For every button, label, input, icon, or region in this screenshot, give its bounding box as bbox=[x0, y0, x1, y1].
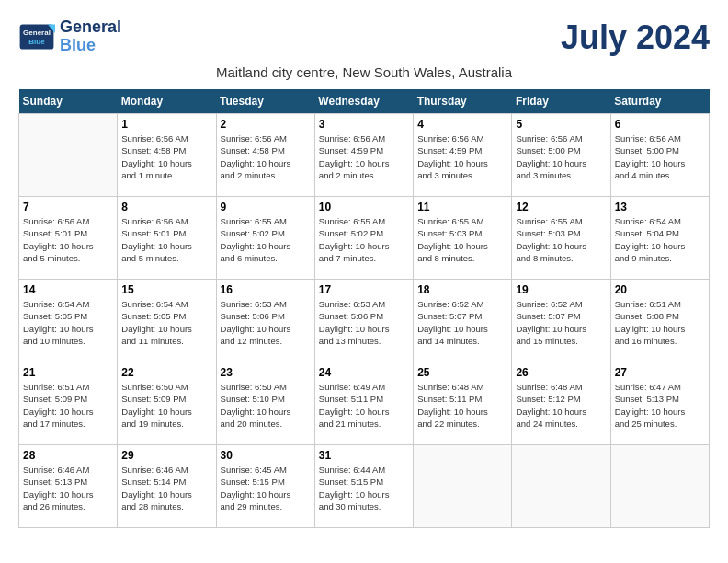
page-container: General Blue General Blue July 2024 Mait… bbox=[18, 18, 710, 528]
day-info: Sunrise: 6:56 AM Sunset: 4:59 PM Dayligh… bbox=[417, 132, 507, 181]
day-number: 25 bbox=[417, 366, 507, 379]
day-number: 24 bbox=[319, 366, 409, 379]
day-info: Sunrise: 6:55 AM Sunset: 5:02 PM Dayligh… bbox=[319, 215, 409, 264]
table-row: 24Sunrise: 6:49 AM Sunset: 5:11 PM Dayli… bbox=[314, 362, 413, 445]
day-number: 8 bbox=[121, 201, 211, 213]
day-number: 2 bbox=[221, 118, 311, 131]
table-row: 20Sunrise: 6:51 AM Sunset: 5:08 PM Dayli… bbox=[610, 280, 709, 362]
day-number: 28 bbox=[23, 449, 113, 462]
table-row: 16Sunrise: 6:53 AM Sunset: 5:06 PM Dayli… bbox=[216, 280, 314, 362]
day-number: 17 bbox=[319, 283, 409, 296]
table-row: 3Sunrise: 6:56 AM Sunset: 4:59 PM Daylig… bbox=[314, 114, 413, 197]
day-info: Sunrise: 6:56 AM Sunset: 5:01 PM Dayligh… bbox=[121, 215, 211, 264]
calendar-week-row: 1Sunrise: 6:56 AM Sunset: 4:58 PM Daylig… bbox=[19, 114, 710, 197]
day-info: Sunrise: 6:56 AM Sunset: 5:00 PM Dayligh… bbox=[615, 132, 705, 181]
calendar-week-row: 14Sunrise: 6:54 AM Sunset: 5:05 PM Dayli… bbox=[19, 280, 710, 362]
table-row: 29Sunrise: 6:46 AM Sunset: 5:14 PM Dayli… bbox=[118, 445, 216, 528]
table-row: 22Sunrise: 6:50 AM Sunset: 5:09 PM Dayli… bbox=[118, 362, 216, 445]
table-row: 10Sunrise: 6:55 AM Sunset: 5:02 PM Dayli… bbox=[314, 197, 413, 280]
day-info: Sunrise: 6:46 AM Sunset: 5:13 PM Dayligh… bbox=[23, 464, 113, 512]
table-row: 21Sunrise: 6:51 AM Sunset: 5:09 PM Dayli… bbox=[19, 362, 118, 445]
day-number: 9 bbox=[221, 201, 311, 213]
day-number: 19 bbox=[516, 283, 606, 296]
day-info: Sunrise: 6:48 AM Sunset: 5:12 PM Dayligh… bbox=[516, 381, 606, 430]
day-info: Sunrise: 6:52 AM Sunset: 5:07 PM Dayligh… bbox=[417, 298, 507, 347]
day-info: Sunrise: 6:56 AM Sunset: 4:59 PM Dayligh… bbox=[319, 132, 409, 181]
table-row: 18Sunrise: 6:52 AM Sunset: 5:07 PM Dayli… bbox=[414, 280, 512, 362]
day-number: 18 bbox=[417, 283, 507, 296]
table-row: 4Sunrise: 6:56 AM Sunset: 4:59 PM Daylig… bbox=[414, 114, 512, 197]
col-monday: Monday bbox=[118, 89, 216, 114]
calendar-week-row: 28Sunrise: 6:46 AM Sunset: 5:13 PM Dayli… bbox=[19, 445, 710, 528]
day-info: Sunrise: 6:55 AM Sunset: 5:02 PM Dayligh… bbox=[221, 215, 311, 264]
location-title: Maitland city centre, New South Wales, A… bbox=[18, 64, 710, 80]
day-number: 15 bbox=[121, 283, 211, 296]
table-row bbox=[512, 445, 610, 528]
day-info: Sunrise: 6:53 AM Sunset: 5:06 PM Dayligh… bbox=[319, 298, 409, 347]
col-saturday: Saturday bbox=[610, 89, 709, 114]
table-row: 17Sunrise: 6:53 AM Sunset: 5:06 PM Dayli… bbox=[314, 280, 413, 362]
col-sunday: Sunday bbox=[19, 89, 118, 114]
col-wednesday: Wednesday bbox=[314, 89, 413, 114]
table-row: 30Sunrise: 6:45 AM Sunset: 5:15 PM Dayli… bbox=[216, 445, 314, 528]
day-info: Sunrise: 6:49 AM Sunset: 5:11 PM Dayligh… bbox=[319, 381, 409, 430]
svg-text:General: General bbox=[23, 29, 51, 37]
day-info: Sunrise: 6:56 AM Sunset: 4:58 PM Dayligh… bbox=[121, 132, 211, 181]
month-title: July 2024 bbox=[561, 18, 710, 57]
table-row: 15Sunrise: 6:54 AM Sunset: 5:05 PM Dayli… bbox=[118, 280, 216, 362]
day-number: 30 bbox=[221, 449, 311, 462]
table-row: 27Sunrise: 6:47 AM Sunset: 5:13 PM Dayli… bbox=[610, 362, 709, 445]
day-number: 14 bbox=[23, 283, 113, 296]
day-info: Sunrise: 6:50 AM Sunset: 5:09 PM Dayligh… bbox=[121, 381, 211, 430]
table-row: 11Sunrise: 6:55 AM Sunset: 5:03 PM Dayli… bbox=[414, 197, 512, 280]
logo: General Blue General Blue bbox=[18, 18, 121, 55]
day-info: Sunrise: 6:53 AM Sunset: 5:06 PM Dayligh… bbox=[221, 298, 311, 347]
day-number: 22 bbox=[121, 366, 211, 379]
day-info: Sunrise: 6:45 AM Sunset: 5:15 PM Dayligh… bbox=[221, 464, 311, 512]
day-info: Sunrise: 6:54 AM Sunset: 5:05 PM Dayligh… bbox=[23, 298, 113, 347]
day-number: 20 bbox=[615, 283, 705, 296]
day-info: Sunrise: 6:51 AM Sunset: 5:09 PM Dayligh… bbox=[23, 381, 113, 430]
day-number: 11 bbox=[417, 201, 507, 213]
table-row: 31Sunrise: 6:44 AM Sunset: 5:15 PM Dayli… bbox=[314, 445, 413, 528]
day-number: 27 bbox=[615, 366, 705, 379]
day-info: Sunrise: 6:55 AM Sunset: 5:03 PM Dayligh… bbox=[516, 215, 606, 264]
calendar-week-row: 21Sunrise: 6:51 AM Sunset: 5:09 PM Dayli… bbox=[19, 362, 710, 445]
table-row: 9Sunrise: 6:55 AM Sunset: 5:02 PM Daylig… bbox=[216, 197, 314, 280]
table-row bbox=[19, 114, 118, 197]
table-row: 12Sunrise: 6:55 AM Sunset: 5:03 PM Dayli… bbox=[512, 197, 610, 280]
day-number: 12 bbox=[516, 201, 606, 213]
day-info: Sunrise: 6:48 AM Sunset: 5:11 PM Dayligh… bbox=[417, 381, 507, 430]
day-info: Sunrise: 6:54 AM Sunset: 5:05 PM Dayligh… bbox=[121, 298, 211, 347]
day-info: Sunrise: 6:55 AM Sunset: 5:03 PM Dayligh… bbox=[417, 215, 507, 264]
table-row: 6Sunrise: 6:56 AM Sunset: 5:00 PM Daylig… bbox=[610, 114, 709, 197]
svg-text:Blue: Blue bbox=[28, 38, 45, 46]
table-row: 25Sunrise: 6:48 AM Sunset: 5:11 PM Dayli… bbox=[414, 362, 512, 445]
day-number: 16 bbox=[221, 283, 311, 296]
day-number: 26 bbox=[516, 366, 606, 379]
table-row bbox=[414, 445, 512, 528]
day-info: Sunrise: 6:47 AM Sunset: 5:13 PM Dayligh… bbox=[615, 381, 705, 430]
day-info: Sunrise: 6:44 AM Sunset: 5:15 PM Dayligh… bbox=[319, 464, 409, 512]
table-row: 28Sunrise: 6:46 AM Sunset: 5:13 PM Dayli… bbox=[19, 445, 118, 528]
day-number: 6 bbox=[615, 118, 705, 131]
day-number: 23 bbox=[221, 366, 311, 379]
day-number: 5 bbox=[516, 118, 606, 131]
day-info: Sunrise: 6:51 AM Sunset: 5:08 PM Dayligh… bbox=[615, 298, 705, 347]
day-number: 29 bbox=[121, 449, 211, 462]
day-number: 10 bbox=[319, 201, 409, 213]
table-row: 13Sunrise: 6:54 AM Sunset: 5:04 PM Dayli… bbox=[610, 197, 709, 280]
day-info: Sunrise: 6:56 AM Sunset: 5:00 PM Dayligh… bbox=[516, 132, 606, 181]
day-info: Sunrise: 6:46 AM Sunset: 5:14 PM Dayligh… bbox=[121, 464, 211, 512]
calendar-week-row: 7Sunrise: 6:56 AM Sunset: 5:01 PM Daylig… bbox=[19, 197, 710, 280]
logo-text-general: General bbox=[60, 18, 121, 37]
logo-text-blue: Blue bbox=[60, 37, 121, 55]
table-row: 8Sunrise: 6:56 AM Sunset: 5:01 PM Daylig… bbox=[118, 197, 216, 280]
day-number: 4 bbox=[417, 118, 507, 131]
table-row: 19Sunrise: 6:52 AM Sunset: 5:07 PM Dayli… bbox=[512, 280, 610, 362]
day-number: 21 bbox=[23, 366, 113, 379]
logo-icon: General Blue bbox=[18, 18, 55, 55]
table-row bbox=[610, 445, 709, 528]
day-number: 13 bbox=[615, 201, 705, 213]
day-info: Sunrise: 6:54 AM Sunset: 5:04 PM Dayligh… bbox=[615, 215, 705, 264]
